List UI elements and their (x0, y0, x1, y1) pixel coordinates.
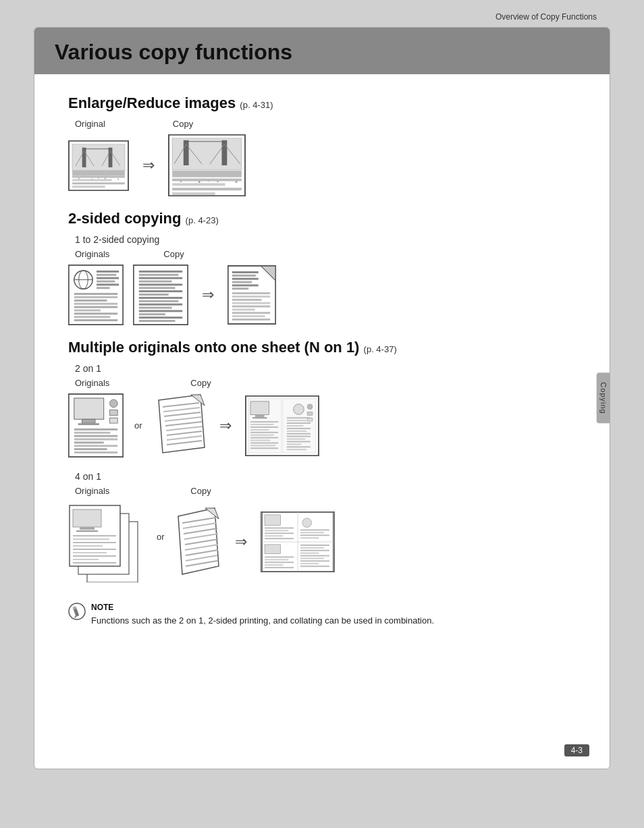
svg-rect-60 (74, 319, 117, 321)
svg-rect-204 (300, 550, 329, 551)
twosided-diagram-row: ⇒ (68, 265, 583, 325)
svg-rect-74 (139, 310, 182, 312)
svg-rect-150 (286, 435, 310, 437)
svg-rect-200 (265, 564, 283, 565)
label-4on1: 4 on 1 (75, 471, 583, 482)
originals-label-2on1: Originals (75, 378, 109, 388)
arrow-enlarge: ⇒ (142, 157, 155, 174)
svg-rect-75 (139, 313, 165, 315)
svg-rect-134 (250, 439, 270, 441)
svg-rect-73 (139, 307, 172, 309)
svg-rect-151 (286, 438, 304, 439)
arrow-4on1: ⇒ (235, 533, 247, 551)
svg-rect-22 (172, 138, 242, 170)
svg-rect-77 (139, 320, 176, 322)
svg-rect-208 (300, 560, 329, 561)
copy-doc-enlarge (168, 134, 246, 196)
svg-rect-137 (250, 447, 278, 449)
svg-rect-66 (139, 283, 182, 285)
originals-label-2sided: Originals (75, 249, 109, 259)
orig-stack-4on1 (68, 501, 146, 582)
note-text: Functions such as the 2 on 1, 2-sided pr… (91, 614, 434, 628)
svg-rect-124 (250, 401, 269, 414)
svg-rect-160 (80, 527, 95, 530)
svg-rect-132 (250, 434, 273, 435)
svg-rect-190 (265, 538, 294, 539)
label-2on1: 2 on 1 (75, 363, 583, 374)
note-box: NOTE Functions such as the 2 on 1, 2-sid… (68, 603, 583, 628)
orig2-2on1 (153, 393, 206, 458)
copy-2on1 (245, 395, 319, 456)
copy-label-2on1: Copy (190, 378, 211, 388)
svg-rect-145 (286, 430, 306, 431)
svg-rect-135 (250, 442, 278, 443)
svg-rect-95 (232, 319, 270, 321)
svg-rect-193 (300, 532, 323, 533)
svg-rect-93 (232, 312, 270, 314)
svg-rect-102 (109, 418, 117, 423)
svg-rect-203 (300, 547, 323, 549)
svg-rect-162 (73, 535, 116, 536)
page-title: Various copy functions (55, 40, 589, 65)
svg-rect-50 (97, 283, 119, 285)
svg-rect-126 (252, 417, 267, 418)
svg-point-14 (105, 177, 106, 179)
svg-rect-130 (250, 429, 269, 430)
section-title-enlarge: Enlarge/Reduce images (p. 4-31) (68, 94, 583, 112)
copy-label-4on1: Copy (190, 486, 211, 496)
svg-point-139 (293, 404, 304, 414)
svg-rect-46 (97, 271, 119, 273)
svg-rect-99 (78, 423, 99, 425)
svg-rect-63 (139, 274, 179, 276)
enlarge-labels: Original Copy (75, 119, 583, 129)
svg-rect-169 (73, 559, 99, 560)
arrow-twosided: ⇒ (202, 286, 214, 304)
page-number: 4-3 (564, 744, 589, 756)
svg-rect-166 (73, 549, 116, 550)
original-page2-2sided (133, 265, 188, 325)
svg-rect-108 (74, 445, 117, 447)
svg-rect-198 (265, 559, 288, 560)
breadcrumb-text: Overview of Copy Functions (495, 12, 597, 22)
svg-rect-3 (109, 147, 113, 167)
svg-rect-58 (74, 312, 117, 314)
svg-rect-127 (250, 421, 278, 422)
svg-rect-161 (76, 530, 98, 532)
svg-rect-153 (286, 443, 301, 445)
svg-rect-106 (74, 439, 117, 441)
svg-rect-91 (232, 306, 270, 308)
svg-rect-136 (250, 445, 275, 446)
svg-rect-41 (172, 192, 215, 195)
svg-rect-83 (232, 278, 259, 280)
svg-point-147 (307, 404, 313, 409)
svg-rect-154 (286, 446, 310, 447)
svg-point-191 (302, 518, 311, 528)
svg-rect-170 (73, 562, 116, 563)
svg-rect-56 (74, 306, 117, 308)
svg-rect-194 (300, 534, 329, 536)
content-area: Enlarge/Reduce images (p. 4-31) Original… (34, 94, 610, 641)
svg-rect-97 (74, 398, 104, 419)
svg-rect-152 (286, 441, 310, 442)
note-icon (68, 603, 86, 620)
or-text-4on1: or (157, 532, 165, 542)
svg-rect-206 (300, 555, 329, 557)
svg-rect-188 (265, 532, 294, 534)
svg-rect-92 (232, 308, 255, 310)
or-text-2on1: or (134, 420, 142, 431)
svg-rect-2 (82, 147, 86, 167)
svg-rect-128 (250, 424, 273, 425)
svg-rect-164 (73, 542, 116, 543)
svg-rect-143 (286, 425, 302, 426)
twosided-subsection-label: 1 to 2-sided copying (75, 234, 583, 245)
svg-rect-107 (74, 441, 104, 443)
svg-rect-20 (72, 186, 105, 188)
2on1-diagram-row: or (68, 393, 583, 458)
arrow-2on1: ⇒ (219, 417, 232, 435)
svg-rect-76 (139, 316, 182, 319)
svg-rect-187 (265, 530, 288, 531)
svg-rect-141 (286, 420, 306, 421)
svg-rect-48 (97, 277, 119, 279)
svg-rect-18 (72, 179, 111, 181)
svg-rect-17 (72, 175, 125, 177)
